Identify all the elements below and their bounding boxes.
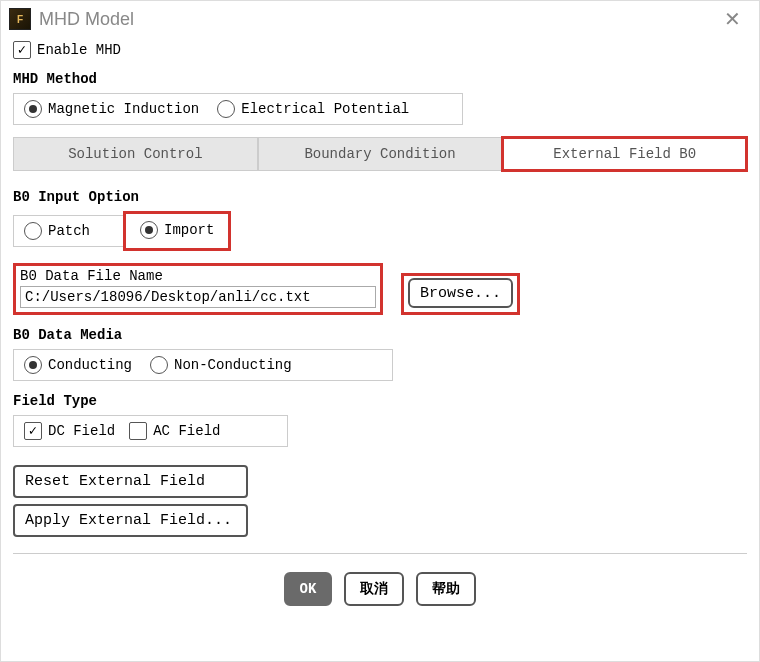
checkbox-dc-field[interactable]: ✓ DC Field [24,422,115,440]
radio-icon[interactable] [140,221,158,239]
apply-external-field-button[interactable]: Apply External Field... [13,504,248,537]
checkbox-ac-field[interactable]: AC Field [129,422,220,440]
browse-button[interactable]: Browse... [408,278,513,308]
tab-external-field-b0[interactable]: External Field B0 [502,137,747,171]
enable-mhd-label: Enable MHD [37,42,121,58]
b0-media-heading: B0 Data Media [13,327,747,343]
window-title: MHD Model [39,9,134,30]
footer-buttons: OK 取消 帮助 [13,564,747,620]
tab-boundary-condition[interactable]: Boundary Condition [258,137,503,171]
checkbox-label: DC Field [48,423,115,439]
help-button[interactable]: 帮助 [416,572,476,606]
checkbox-icon[interactable] [129,422,147,440]
checkbox-label: AC Field [153,423,220,439]
mhd-method-group: Magnetic Induction Electrical Potential [13,93,463,125]
radio-icon[interactable] [24,356,42,374]
file-block-highlight: B0 Data File Name [13,263,383,315]
tab-solution-control[interactable]: Solution Control [13,137,258,171]
enable-mhd-row[interactable]: ✓ Enable MHD [13,41,747,59]
radio-icon[interactable] [24,100,42,118]
titlebar: F MHD Model ✕ [1,1,759,37]
file-row: B0 Data File Name Browse... [13,263,747,315]
field-type-group: ✓ DC Field AC Field [13,415,288,447]
radio-electrical-potential[interactable]: Electrical Potential [217,100,409,118]
import-highlight: Import [123,211,231,251]
content-area: ✓ Enable MHD MHD Method Magnetic Inducti… [1,37,759,661]
enable-mhd-checkbox[interactable]: ✓ [13,41,31,59]
b0-input-group-patch: Patch [13,215,123,247]
radio-icon[interactable] [217,100,235,118]
radio-conducting[interactable]: Conducting [24,356,132,374]
radio-non-conducting[interactable]: Non-Conducting [150,356,292,374]
radio-icon[interactable] [24,222,42,240]
file-label: B0 Data File Name [20,268,376,284]
radio-patch[interactable]: Patch [24,222,90,240]
cancel-button[interactable]: 取消 [344,572,404,606]
mhd-method-heading: MHD Method [13,71,747,87]
browse-highlight: Browse... [401,273,520,315]
reset-external-field-button[interactable]: Reset External Field [13,465,248,498]
radio-label: Import [164,222,214,238]
radio-label: Non-Conducting [174,357,292,373]
close-icon[interactable]: ✕ [718,7,747,31]
radio-label: Conducting [48,357,132,373]
file-path-input[interactable] [20,286,376,308]
radio-label: Magnetic Induction [48,101,199,117]
radio-label: Patch [48,223,90,239]
b0-input-heading: B0 Input Option [13,189,747,205]
radio-label: Electrical Potential [241,101,409,117]
checkbox-icon[interactable]: ✓ [24,422,42,440]
field-type-heading: Field Type [13,393,747,409]
ok-button[interactable]: OK [284,572,333,606]
app-icon: F [9,8,31,30]
b0-media-group: Conducting Non-Conducting [13,349,393,381]
radio-icon[interactable] [150,356,168,374]
separator [13,553,747,554]
radio-magnetic-induction[interactable]: Magnetic Induction [24,100,199,118]
radio-import[interactable]: Import [130,221,224,239]
dialog-window: F MHD Model ✕ ✓ Enable MHD MHD Method Ma… [0,0,760,662]
tab-bar: Solution Control Boundary Condition Exte… [13,137,747,171]
